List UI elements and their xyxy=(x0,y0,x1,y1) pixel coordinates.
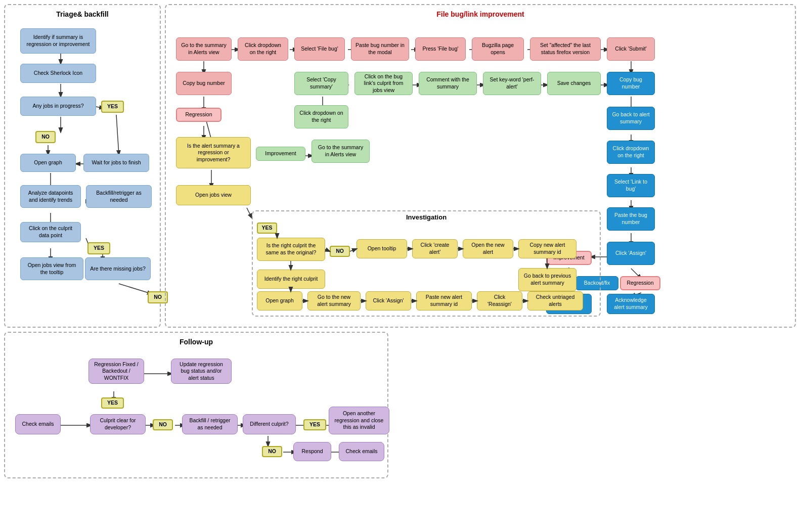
inv-click-create-alert: Click 'create alert' xyxy=(412,239,458,258)
fb-dropdown-green: Click dropdown on the right xyxy=(294,105,348,128)
main-container: Triage& backfill xyxy=(0,0,800,482)
fb-click-bug-link: Click on the bug link's culprit from job… xyxy=(354,72,413,95)
followup-canvas: Regression Fixed / Backedout / WONTFIX U… xyxy=(10,351,382,472)
fu-different-culprit: Different culprit? xyxy=(243,414,296,434)
svg-line-44 xyxy=(247,208,252,218)
rc-click-dropdown: Click dropdown on the right xyxy=(607,141,655,164)
fu-check-emails2: Check emails xyxy=(339,442,384,461)
inv-no: NO xyxy=(330,246,350,257)
fb-regression-label: Regression xyxy=(176,108,221,122)
fb-comment-summary: Comment with the summary xyxy=(419,72,477,95)
fu-update-bug: Update regression bug status and/or aler… xyxy=(171,359,232,384)
fb-decision: Is the alert summary a regression or imp… xyxy=(176,137,251,168)
fb-goto-summary-green: Go to the summary in Alerts view xyxy=(312,140,370,163)
rc-click-assign: Click 'Assign' xyxy=(607,242,655,265)
top-row: Triage& backfill xyxy=(4,4,796,328)
svg-line-46 xyxy=(325,249,330,251)
fu-check-emails: Check emails xyxy=(15,414,61,434)
fb-select-file-bug: Select 'File bug' xyxy=(294,37,345,61)
bottom-row: Follow-up xyxy=(4,332,796,478)
investigation-section: Investigation YES Is the right culprit t… xyxy=(252,210,601,317)
inv-yes: YES xyxy=(257,223,277,234)
triage-analyze: Analyze datapoints and identify trends xyxy=(20,185,81,208)
followup-title: Follow-up xyxy=(10,338,382,346)
fu-backfill: Backfill / retrigger as needed xyxy=(182,414,238,434)
inv-identify-culprit: Identify the right culprit xyxy=(257,270,325,289)
filebug-canvas: Go to the summary in Alerts view Click d… xyxy=(171,23,790,322)
inv-copy-new-alert: Copy new alert summary id xyxy=(518,239,576,258)
inv-is-right-culprit: Is the right culprit the same as the ori… xyxy=(257,238,325,261)
fb-improvement-label: Improvement xyxy=(256,147,305,161)
triage-yes2: YES xyxy=(87,242,110,254)
triage-backfill: Backfill/retrigger as needed xyxy=(86,185,152,208)
fb-select-copy-summary: Select 'Copy summary' xyxy=(294,72,348,95)
fu-culprit-clear: Culprit clear for developer? xyxy=(90,414,146,434)
fu-no2: NO xyxy=(262,446,282,457)
fu-regression-fixed: Regression Fixed / Backedout / WONTFIX xyxy=(88,359,144,384)
inv-paste-alert-id: Paste new alert summary id xyxy=(416,291,472,311)
inv-open-graph: Open graph xyxy=(257,291,302,311)
svg-line-5 xyxy=(116,115,119,155)
triage-yes1: YES xyxy=(101,101,124,113)
fb-copy-bug-number: Copy bug number xyxy=(176,72,232,95)
rc-select-link-bug: Select 'Link to bug' xyxy=(607,174,655,197)
rc-regression-label: Regression xyxy=(620,276,660,290)
rc-acknowledge: Acknowledge alert summary xyxy=(607,294,655,314)
triage-wait-jobs: Wait for jobs to finish xyxy=(83,154,149,172)
triage-canvas: Identify if summary is regression or imp… xyxy=(10,23,155,322)
filebug-section: File bug/link improvement xyxy=(165,4,796,328)
svg-line-47 xyxy=(350,249,357,251)
fb-paste-bug-number: Paste bug number in the modal xyxy=(351,37,409,61)
fb-copy-bug-blue: Copy bug number xyxy=(607,72,655,95)
fu-respond: Respond xyxy=(293,442,331,461)
fb-press-file-bug: Press 'File bug' xyxy=(415,37,466,61)
fu-yes: YES xyxy=(101,397,124,409)
fb-set-keyword: Set key-word 'perf-alert' xyxy=(483,72,541,95)
inv-open-tooltip: Open tooltip xyxy=(357,239,407,258)
svg-line-13 xyxy=(119,284,152,294)
inv-click-reassign: Click 'Reassign' xyxy=(477,291,522,311)
fb-set-affected: Set "affected" the last status firefox v… xyxy=(530,37,601,61)
rc-paste-bug-number: Paste the bug number xyxy=(607,207,655,231)
fb-click-dropdown: Click dropdown on the right xyxy=(238,37,288,61)
triage-click-culprit: Click on the culprit data point xyxy=(20,222,81,242)
fu-open-another: Open another regression and close this a… xyxy=(329,407,389,434)
followup-section: Follow-up xyxy=(4,332,388,478)
fu-yes2: YES xyxy=(303,419,326,430)
filebug-title: File bug/link improvement xyxy=(171,10,790,18)
inv-goto-new-alert: Go to the new alert summary xyxy=(307,291,361,311)
inv-go-back-prev: Go back to previous alert summary xyxy=(518,268,576,291)
triage-no1: NO xyxy=(35,131,56,143)
investigation-title: Investigation xyxy=(253,213,600,221)
fb-goto-summary: Go to the summary in Alerts view xyxy=(176,37,232,61)
triage-open-graph: Open graph xyxy=(20,154,76,172)
triage-section: Triage& backfill xyxy=(4,4,161,328)
rc-go-back-alert: Go back to alert summary xyxy=(607,107,655,130)
triage-check-sherlock: Check Sherlock Icon xyxy=(20,64,96,83)
fb-save-changes: Save changes xyxy=(547,72,601,95)
inv-click-assign: Click 'Assign' xyxy=(366,291,411,311)
triage-identify: Identify if summary is regression or imp… xyxy=(20,28,96,54)
triage-missing-jobs: Are there missing jobs? xyxy=(85,257,151,280)
inv-open-new-alert: Open the new alert xyxy=(463,239,513,258)
triage-open-jobs-tooltip: Open jobs view from the tooltip xyxy=(20,257,83,280)
fb-click-submit: Click 'Submit' xyxy=(607,37,655,61)
triage-any-jobs: Any jobs in progress? xyxy=(20,97,96,116)
fb-open-jobs-view: Open jobs view xyxy=(176,185,251,205)
fu-no1: NO xyxy=(153,419,173,430)
triage-title: Triage& backfill xyxy=(10,10,155,18)
fb-bugzilla-opens: Bugzilla page opens xyxy=(472,37,524,61)
inv-check-untriaged: Check untriaged alerts xyxy=(527,291,583,311)
